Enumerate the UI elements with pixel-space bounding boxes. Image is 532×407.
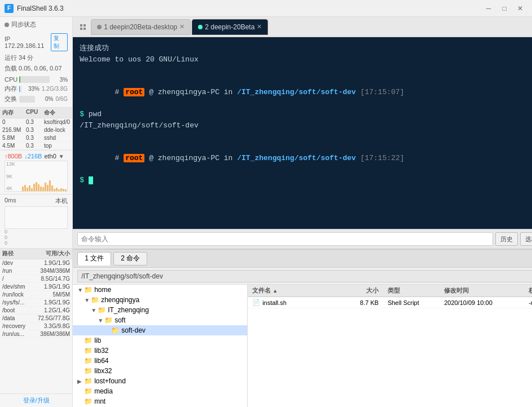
- mem-label: 内存: [5, 85, 17, 93]
- file-list-row[interactable]: 📄 install.sh 8.7 KB Shell Script 2020/10…: [248, 297, 532, 308]
- file-content: ▼ 📁 home ▼ 📁 zhengqingya ▼ 📁 IT: [73, 285, 532, 407]
- login-upgrade-button[interactable]: 登录/升级: [23, 396, 50, 405]
- tree-label: mnt: [94, 397, 105, 405]
- path-row: /dev/shm1.9G/1.9G: [0, 283, 72, 291]
- mem-fill: [19, 86, 20, 92]
- file-tab-1[interactable]: 1 文件: [77, 252, 111, 266]
- copy-ip-button[interactable]: 复制: [51, 33, 68, 51]
- path-path: /sys/fs/...: [2, 299, 30, 306]
- tab-1[interactable]: 1 deepin20Beta-desktop ✕: [91, 19, 191, 35]
- tree-item-media[interactable]: 📁 media: [73, 386, 247, 396]
- path-path: /data: [2, 315, 30, 321]
- chart-bar: [22, 187, 24, 191]
- tab-2[interactable]: 2 deepin-20Beta ✕: [192, 19, 268, 35]
- path-size: 1.2G/1.4G: [30, 307, 70, 313]
- file-permissions: -rwxr--r--: [524, 299, 532, 306]
- file-type: Shell Script: [383, 299, 439, 306]
- net-dropdown-icon[interactable]: ▼: [59, 153, 64, 160]
- tab-1-close[interactable]: ✕: [179, 23, 184, 30]
- tree-item-lib[interactable]: 📁 lib: [73, 335, 247, 346]
- file-size: 8.7 KB: [338, 299, 383, 306]
- file-tab-2[interactable]: 2 命令: [113, 252, 147, 266]
- folder-icon: 📁: [84, 357, 93, 365]
- file-date: 2020/10/09 10:00: [439, 299, 524, 306]
- tree-item-lost-found[interactable]: ▶ 📁 lost+found: [73, 376, 247, 386]
- folder-icon: 📁: [84, 367, 93, 375]
- tab-2-label: 2 deepin-20Beta: [205, 23, 254, 31]
- file-icon-small: 📄: [252, 299, 260, 306]
- path-row: /sys/fs/...1.9G/1.9G: [0, 299, 72, 307]
- sidebar-footer: 登录/升级: [0, 393, 72, 407]
- sort-asc-icon: ▲: [272, 288, 278, 294]
- path-path: /run: [2, 268, 30, 274]
- chart-bars: [22, 161, 67, 191]
- title-bar: F FinalShell 3.6.3 ─ □ ✕: [0, 0, 532, 17]
- proc-mem: 216.9M: [0, 126, 24, 134]
- terminal-prompt-2: # root @ zhengqingya-PC in /IT_zhengqing…: [80, 142, 532, 175]
- file-name: 📄 install.sh: [248, 299, 338, 306]
- chart-bar: [24, 185, 26, 191]
- header-permissions[interactable]: 权限: [524, 286, 532, 295]
- minimize-button[interactable]: ─: [481, 2, 496, 15]
- network-chart: 13K 9K 4K: [5, 161, 68, 192]
- header-filename[interactable]: 文件名 ▲: [248, 286, 338, 295]
- options-button[interactable]: 选项: [520, 232, 532, 246]
- latency-host: 本机: [55, 197, 68, 205]
- ip-row: IP 172.29.186.11 复制: [0, 32, 72, 52]
- header-type[interactable]: 类型: [383, 286, 439, 295]
- terminal[interactable]: 连接成功 Welcome to uos 20 GNU/Linux # root …: [73, 37, 532, 229]
- tree-label: zhengqingya: [101, 296, 139, 304]
- terminal-cursor: [89, 176, 93, 184]
- tree-item-zhengqingya[interactable]: ▼ 📁 zhengqingya: [73, 295, 247, 305]
- chart-bar: [54, 189, 55, 191]
- folder-icon: 📁: [84, 337, 93, 344]
- proc-cpu: 0.3: [24, 142, 42, 149]
- header-size[interactable]: 大小: [338, 286, 383, 295]
- command-input[interactable]: [77, 232, 493, 246]
- proc-mem: 0: [0, 118, 24, 126]
- path-path: /recovery: [2, 323, 30, 329]
- folder-icon: 📁: [98, 306, 107, 314]
- process-table: 内存 CPU 命令 0 0.3 ksoftirqd/0 216.9M 0.3 d…: [0, 108, 72, 151]
- new-tab-button[interactable]: [75, 19, 91, 35]
- path-table: 路径 可用/大小 /dev1.9G/1.9G /run384M/386M /8.…: [0, 249, 72, 393]
- path-size: 3.3G/9.8G: [30, 323, 70, 329]
- tree-label: lib64: [94, 357, 108, 365]
- close-button[interactable]: ✕: [513, 2, 527, 15]
- file-list: 文件名 ▲ 大小 类型 修改时间 权限 用户/用户组 📄 install.sh …: [248, 285, 532, 407]
- chart-bar: [33, 184, 35, 191]
- proc-cmd: dde-lock: [42, 126, 72, 134]
- tree-item-soft[interactable]: ▼ 📁 soft: [73, 315, 247, 325]
- history-button[interactable]: 历史: [495, 232, 518, 246]
- chart-bar: [63, 189, 64, 191]
- tree-item-libx32[interactable]: 📁 libx32: [73, 366, 247, 376]
- main-container: 同步状态 IP 172.29.186.11 复制 运行 34 分 负载 0.05…: [0, 17, 532, 407]
- cpu-fill: [19, 76, 20, 83]
- tree-item-soft-dev[interactable]: 📁 soft-dev: [73, 325, 247, 335]
- tab-2-dot: [198, 25, 203, 29]
- maximize-button[interactable]: □: [497, 2, 512, 15]
- tree-item-it-zhengqing[interactable]: ▼ 📁 IT_zhengqing: [73, 305, 247, 315]
- file-panel: 1 文件 2 命令 /IT_zhengqing/soft/soft-dev 历史…: [73, 249, 532, 407]
- cpu-meter-row: CPU 3%: [5, 76, 68, 83]
- path-row: /boot1.2G/1.4G: [0, 307, 72, 315]
- sidebar: 同步状态 IP 172.29.186.11 复制 运行 34 分 负载 0.05…: [0, 17, 73, 407]
- tree-item-lib64[interactable]: 📁 lib64: [73, 356, 247, 366]
- path-path: /run/lock: [2, 291, 30, 298]
- net-upload: ↑800B: [5, 153, 22, 160]
- sync-dot: [5, 23, 9, 27]
- proc-cpu: 0.3: [24, 126, 42, 134]
- lat-label-0a: 0: [5, 229, 68, 235]
- tree-item-home[interactable]: ▼ 📁 home: [73, 285, 247, 295]
- tree-label: soft: [115, 316, 125, 324]
- chart-bar: [51, 185, 53, 191]
- folder-icon-selected: 📁: [111, 326, 120, 334]
- path-path: /dev: [2, 260, 30, 266]
- proc-cpu: 0.3: [24, 118, 42, 126]
- tree-item-mnt[interactable]: 📁 mnt: [73, 396, 247, 406]
- path-size: 1.9G/1.9G: [30, 299, 70, 306]
- tree-item-lib32[interactable]: 📁 lib32: [73, 346, 247, 356]
- proc-header-cmd: 命令: [42, 108, 72, 118]
- tab-2-close[interactable]: ✕: [257, 23, 262, 30]
- header-date[interactable]: 修改时间: [439, 286, 524, 295]
